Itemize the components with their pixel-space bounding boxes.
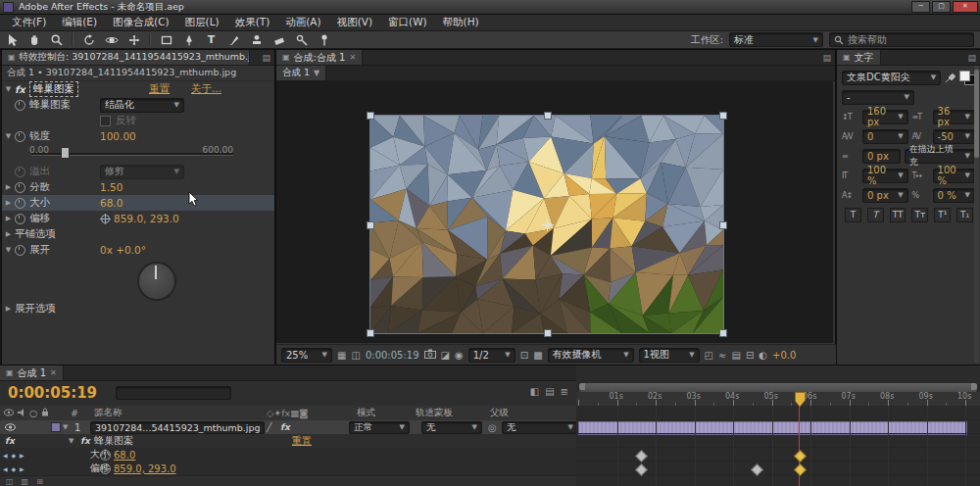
twirl-down-icon[interactable]: ▼ bbox=[63, 423, 68, 431]
transparency-grid-icon[interactable]: ▩ bbox=[533, 350, 542, 361]
selection-handle[interactable] bbox=[544, 112, 552, 120]
resolution-select[interactable]: 1/2▼ bbox=[468, 348, 515, 363]
channels-icon[interactable]: ◉ bbox=[455, 350, 464, 361]
composition-tab[interactable]: ▣ 合成:合成 1 ✕ bbox=[276, 50, 363, 65]
hand-tool-icon[interactable] bbox=[24, 32, 44, 47]
faux-bold-button[interactable]: T bbox=[845, 208, 861, 222]
twirl-right-icon[interactable]: ▶ bbox=[2, 230, 15, 238]
font-size-select[interactable]: 160 px▼ bbox=[862, 110, 908, 124]
effect-name[interactable]: 蜂巢图案 bbox=[29, 81, 78, 97]
workspace-select[interactable]: 标准 ▼ bbox=[729, 32, 823, 47]
timeline-button-icon[interactable]: ▤ bbox=[731, 350, 740, 361]
quality-switch-icon[interactable]: ╱ bbox=[267, 422, 271, 432]
sharpness-slider-handle[interactable] bbox=[61, 147, 70, 159]
scrollbar-thumb[interactable] bbox=[974, 70, 979, 158]
draft-3d-icon[interactable]: ▤ bbox=[545, 386, 554, 397]
keyframe-navigator[interactable]: ◀ ◆ ▶ bbox=[3, 452, 25, 459]
twirl-down-icon[interactable]: ▼ bbox=[2, 246, 15, 254]
view-layout-select[interactable]: 1视图▼ bbox=[639, 348, 700, 363]
effect-controls-tab[interactable]: ▣ 特效控制台: 39107284_1411954415923_mthumb.j… bbox=[2, 50, 250, 65]
comp-flow-icon[interactable]: ⊟ bbox=[746, 350, 754, 361]
expand-modes-icon[interactable]: ▥ bbox=[22, 477, 29, 486]
magnification-select[interactable]: 25%▼ bbox=[281, 348, 332, 363]
twirl-right-icon[interactable]: ▶ bbox=[2, 215, 15, 222]
layer-row[interactable]: ▼ 1 39107284...54415923_mthumb.jpg ╱ fx … bbox=[0, 420, 576, 435]
baseline-shift-select[interactable]: 0 px▼ bbox=[862, 188, 908, 203]
mode-header[interactable]: 模式 bbox=[357, 407, 375, 419]
small-caps-button[interactable]: Tт bbox=[911, 208, 928, 222]
size-value[interactable]: 68.0 bbox=[100, 197, 122, 209]
invert-checkbox[interactable] bbox=[100, 116, 111, 126]
stopwatch-icon[interactable] bbox=[15, 131, 25, 142]
timeline-search-box[interactable] bbox=[116, 386, 231, 400]
eyedropper-icon[interactable] bbox=[945, 73, 956, 83]
show-snapshot-icon[interactable]: ◪ bbox=[441, 350, 450, 361]
fx-badge-icon[interactable]: fx bbox=[15, 84, 25, 95]
offset-value[interactable]: 859.0, 293.0 bbox=[114, 213, 179, 224]
zoom-tool-icon[interactable] bbox=[46, 32, 67, 47]
close-tab-icon[interactable]: ✕ bbox=[349, 53, 356, 62]
timeline-effect-name[interactable]: 蜂巢图案 bbox=[94, 434, 133, 448]
sharpness-value[interactable]: 100.00 bbox=[100, 130, 136, 142]
roto-brush-tool-icon[interactable] bbox=[291, 32, 312, 47]
panel-menu-icon[interactable]: ▤ bbox=[258, 50, 274, 65]
mode-select[interactable]: 正常▼ bbox=[349, 421, 410, 434]
fill-stroke-swatches[interactable] bbox=[959, 71, 975, 84]
effects-switch-icon[interactable]: fx bbox=[280, 422, 290, 432]
source-name-header[interactable]: 源名称 bbox=[94, 407, 122, 419]
effect-header-row[interactable]: ▼ fx 蜂巢图案 重置 关于... bbox=[2, 81, 274, 97]
twirl-right-icon[interactable]: ▶ bbox=[2, 183, 15, 191]
help-search-input[interactable]: 搜索帮助 bbox=[829, 32, 974, 47]
layer-name-field[interactable]: 39107284...54415923_mthumb.jpg bbox=[90, 421, 265, 434]
panel-menu-icon[interactable]: ▤ bbox=[818, 50, 835, 65]
twirl-right-icon[interactable]: ▶ bbox=[2, 199, 15, 207]
snapshot-camera-icon[interactable] bbox=[424, 349, 436, 361]
minimize-button[interactable]: ─ bbox=[911, 1, 930, 13]
eye-icon[interactable] bbox=[5, 422, 16, 433]
parent-select[interactable]: 无▼ bbox=[502, 421, 578, 434]
menu-item-8[interactable]: 帮助(H) bbox=[435, 16, 487, 29]
close-tab-icon[interactable]: ✕ bbox=[50, 368, 57, 377]
evolution-value[interactable]: 0x +0.0° bbox=[100, 244, 146, 256]
navigator-end-handle[interactable] bbox=[971, 383, 977, 390]
twirl-right-icon[interactable]: ▶ bbox=[2, 305, 15, 313]
brush-tool-icon[interactable] bbox=[223, 32, 244, 47]
twirl-down-icon[interactable]: ▼ bbox=[2, 132, 15, 140]
camera-select[interactable]: 有效摄像机▼ bbox=[548, 348, 634, 363]
leading-select[interactable]: 36 px▼ bbox=[933, 110, 975, 124]
expand-layer-switches-icon[interactable]: ◫ bbox=[6, 477, 14, 486]
selection-handle[interactable] bbox=[544, 329, 552, 337]
evolution-dial[interactable] bbox=[137, 262, 176, 301]
layer-color-chip[interactable] bbox=[51, 422, 61, 432]
timeline-offset-value[interactable]: 859.0, 293.0 bbox=[114, 463, 176, 474]
pixel-aspect-icon[interactable]: ◰ bbox=[705, 350, 713, 361]
selection-handle[interactable] bbox=[367, 329, 374, 337]
menu-item-5[interactable]: 动画(A) bbox=[277, 16, 328, 29]
eraser-tool-icon[interactable] bbox=[269, 32, 289, 47]
pen-tool-icon[interactable] bbox=[178, 32, 199, 47]
menu-item-6[interactable]: 视图(V) bbox=[329, 16, 380, 29]
effect-enable-icon[interactable]: fx bbox=[5, 436, 15, 446]
stopwatch-icon[interactable] bbox=[15, 198, 25, 209]
scrollbar-track[interactable] bbox=[974, 66, 979, 363]
effect-point-icon[interactable] bbox=[100, 214, 111, 224]
menu-item-7[interactable]: 窗口(W) bbox=[380, 16, 435, 29]
superscript-button[interactable]: T¹ bbox=[934, 208, 951, 222]
selection-handle[interactable] bbox=[719, 112, 727, 120]
anchor-point-icon[interactable] bbox=[541, 219, 554, 231]
timeline-tab[interactable]: ▣ 合成 1 ✕ bbox=[0, 365, 64, 380]
expand-in-out-icon[interactable]: ⊞ bbox=[36, 477, 43, 486]
hide-shy-layers-icon[interactable]: ≣ bbox=[561, 386, 568, 397]
effect-row[interactable]: fx ▼ fx 蜂巢图案 重置 bbox=[0, 434, 576, 449]
stroke-style-select[interactable]: 在描边上填充▼ bbox=[905, 149, 975, 164]
keyframe-navigator[interactable]: ◀ ◆ ▶ bbox=[3, 465, 25, 472]
twirl-down-icon[interactable]: ▼ bbox=[69, 437, 74, 445]
viewer-tab[interactable]: 合成 1 ▼ bbox=[276, 66, 326, 80]
font-style-select[interactable]: -▼ bbox=[842, 90, 914, 105]
grid-guides-icon[interactable]: ▦ bbox=[337, 350, 346, 361]
stopwatch-icon[interactable] bbox=[15, 245, 25, 256]
disperse-value[interactable]: 1.50 bbox=[100, 181, 122, 193]
comp-timecode[interactable]: 0:00:05:19 bbox=[366, 350, 419, 361]
exposure-icon[interactable]: ◐ bbox=[759, 350, 767, 361]
font-family-select[interactable]: 文泉DC黄阳尖▼ bbox=[842, 71, 941, 85]
